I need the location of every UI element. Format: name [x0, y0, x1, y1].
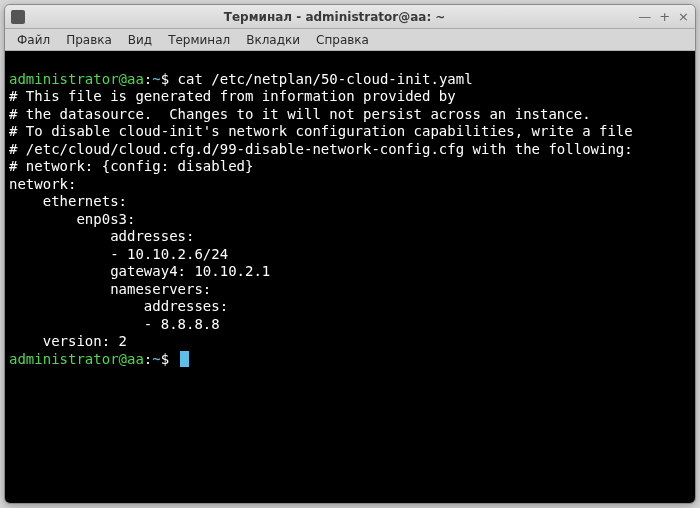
app-icon [11, 10, 25, 24]
maximize-button[interactable]: + [659, 10, 670, 23]
output-line: # This file is generated from informatio… [9, 88, 456, 104]
menu-view[interactable]: Вид [120, 31, 160, 49]
prompt-sym: $ [161, 351, 169, 367]
output-line: network: [9, 176, 76, 192]
menu-help[interactable]: Справка [308, 31, 377, 49]
output-line: addresses: [9, 228, 194, 244]
menu-terminal[interactable]: Терминал [160, 31, 238, 49]
output-line: # To disable cloud-init's network config… [9, 123, 633, 139]
output-line: ethernets: [9, 193, 127, 209]
cursor [180, 351, 189, 367]
output-line: version: 2 [9, 333, 127, 349]
output-line: enp0s3: [9, 211, 135, 227]
output-line: addresses: [9, 298, 228, 314]
prompt-path: ~ [152, 71, 160, 87]
output-line: # network: {config: disabled} [9, 158, 253, 174]
minimize-button[interactable]: — [638, 10, 651, 23]
menu-edit[interactable]: Правка [58, 31, 120, 49]
output-line: nameservers: [9, 281, 211, 297]
close-button[interactable]: × [678, 10, 689, 23]
terminal-area[interactable]: administrator@aa:~$ cat /etc/netplan/50-… [5, 51, 695, 503]
output-line: - 8.8.8.8 [9, 316, 220, 332]
output-line: # the datasource. Changes to it will not… [9, 106, 591, 122]
terminal-window: Терминал - administrator@aa: ~ — + × Фай… [4, 4, 696, 504]
menubar: Файл Правка Вид Терминал Вкладки Справка [5, 29, 695, 51]
output-line: gateway4: 10.10.2.1 [9, 263, 270, 279]
output-line: - 10.10.2.6/24 [9, 246, 228, 262]
prompt-user: administrator@aa [9, 351, 144, 367]
menu-file[interactable]: Файл [9, 31, 58, 49]
window-title: Терминал - administrator@aa: ~ [31, 10, 638, 24]
output-line: # /etc/cloud/cloud.cfg.d/99-disable-netw… [9, 141, 633, 157]
prompt-user: administrator@aa [9, 71, 144, 87]
command-text: cat /etc/netplan/50-cloud-init.yaml [178, 71, 473, 87]
prompt-sym: $ [161, 71, 169, 87]
menu-tabs[interactable]: Вкладки [238, 31, 308, 49]
window-controls: — + × [638, 10, 689, 23]
prompt-path: ~ [152, 351, 160, 367]
titlebar[interactable]: Терминал - administrator@aa: ~ — + × [5, 5, 695, 29]
